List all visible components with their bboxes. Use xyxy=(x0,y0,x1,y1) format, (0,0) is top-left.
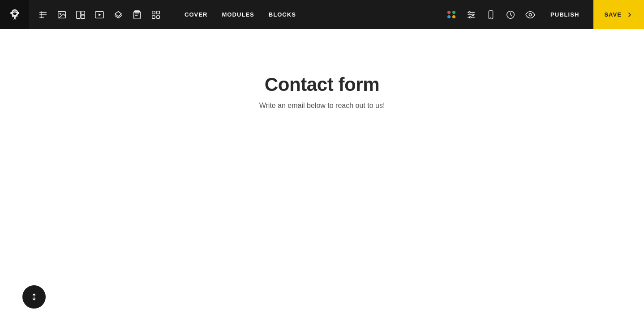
svg-point-17 xyxy=(490,17,491,18)
svg-rect-2 xyxy=(77,11,80,18)
form-tool-button[interactable] xyxy=(129,6,146,23)
scroll-icon xyxy=(30,292,39,301)
form-icon xyxy=(132,10,142,20)
pattern-tool-button[interactable] xyxy=(147,6,164,23)
save-button[interactable]: SAVE xyxy=(593,0,644,29)
logo[interactable] xyxy=(0,0,29,29)
video-icon xyxy=(94,10,104,20)
svg-rect-4 xyxy=(81,15,85,18)
svg-rect-10 xyxy=(157,11,159,13)
eye-icon xyxy=(525,10,535,20)
video-tool-button[interactable] xyxy=(91,6,108,23)
svg-point-14 xyxy=(472,14,474,16)
svg-rect-9 xyxy=(152,11,155,13)
toolbar: COVER MODULES BLOCKS xyxy=(0,0,644,29)
pattern-icon xyxy=(151,10,161,20)
toolbar-right-tools: PUBLISH xyxy=(438,6,593,23)
svg-rect-11 xyxy=(152,15,155,18)
toolbar-tools xyxy=(29,6,170,23)
svg-point-15 xyxy=(469,16,471,18)
main-content: Contact form Write an email below to rea… xyxy=(0,29,644,322)
svg-point-19 xyxy=(529,13,532,16)
svg-point-13 xyxy=(469,11,471,13)
settings-button[interactable] xyxy=(463,6,480,23)
nav-cover[interactable]: COVER xyxy=(177,8,215,21)
settings-icon xyxy=(466,10,476,20)
scroll-button[interactable] xyxy=(22,285,46,309)
text-tool-button[interactable] xyxy=(34,6,52,23)
page-subtitle: Write an email below to reach out to us! xyxy=(259,102,385,110)
chevron-right-icon xyxy=(626,11,633,18)
preview-button[interactable] xyxy=(522,6,539,23)
svg-rect-3 xyxy=(81,11,85,14)
svg-point-1 xyxy=(60,13,61,14)
publish-button[interactable]: PUBLISH xyxy=(541,8,588,21)
image-icon xyxy=(57,10,67,20)
nav-blocks[interactable]: BLOCKS xyxy=(262,8,303,21)
color-dots-icon xyxy=(447,11,455,19)
svg-marker-6 xyxy=(99,13,101,16)
layout-tool-button[interactable] xyxy=(110,6,127,23)
page-title: Contact form xyxy=(265,74,379,95)
image-tool-button[interactable] xyxy=(53,6,70,23)
mobile-preview-button[interactable] xyxy=(482,6,499,23)
save-label: SAVE xyxy=(604,11,622,18)
gallery-icon xyxy=(76,10,86,20)
history-icon xyxy=(506,10,515,20)
history-button[interactable] xyxy=(502,6,519,23)
color-palette-button[interactable] xyxy=(443,6,460,23)
logo-icon xyxy=(9,9,21,21)
toolbar-nav: COVER MODULES BLOCKS xyxy=(170,8,310,21)
nav-modules[interactable]: MODULES xyxy=(215,8,261,21)
gallery-tool-button[interactable] xyxy=(72,6,89,23)
layout-icon xyxy=(113,10,123,20)
mobile-icon xyxy=(486,10,496,20)
text-icon xyxy=(38,10,48,20)
svg-rect-12 xyxy=(157,15,159,18)
